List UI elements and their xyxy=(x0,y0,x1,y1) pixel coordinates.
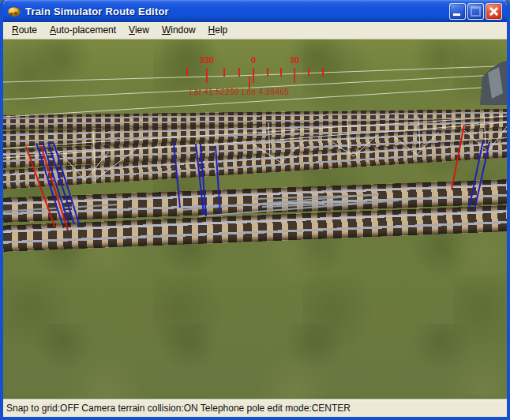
titlebar[interactable]: Train Simulator Route Editor xyxy=(3,0,507,22)
blue-telephone-pole[interactable] xyxy=(216,146,220,213)
position-readout: Lat 41.52259 Lon 4.39465 xyxy=(189,88,289,96)
close-button[interactable] xyxy=(486,3,502,20)
menu-route[interactable]: Route xyxy=(6,23,43,38)
maximize-button[interactable] xyxy=(467,3,484,20)
catenary-wire xyxy=(3,116,507,148)
menu-help[interactable]: Help xyxy=(202,23,234,38)
close-icon xyxy=(489,6,499,17)
compass-label: 0 xyxy=(251,55,256,65)
blue-telephone-pole[interactable] xyxy=(474,142,489,210)
catenary-wire xyxy=(93,149,136,182)
blue-telephone-pole[interactable] xyxy=(469,141,483,208)
blue-telephone-pole[interactable] xyxy=(174,142,180,208)
switch-rail xyxy=(254,195,377,199)
menu-view[interactable]: View xyxy=(122,23,156,38)
switch-rail xyxy=(199,201,399,216)
status-bar: Snap to grid:OFF Camera terrain collisio… xyxy=(3,399,507,416)
minimize-icon xyxy=(453,13,460,16)
status-text: Snap to grid:OFF Camera terrain collisio… xyxy=(6,403,351,414)
compass-label: 30 xyxy=(290,55,299,65)
viewport-3d[interactable]: 330030 Lat 41.52259 Lon 4.39465 xyxy=(3,39,507,399)
window-title: Train Simulator Route Editor xyxy=(25,6,449,17)
window-controls xyxy=(449,3,502,20)
red-telephone-pole[interactable] xyxy=(452,125,464,189)
compass-label: 330 xyxy=(200,55,214,65)
maximize-icon xyxy=(471,6,481,17)
red-telephone-pole[interactable] xyxy=(41,146,68,231)
catenary-wire xyxy=(347,119,349,153)
catenary-wire xyxy=(251,139,306,163)
minimize-button[interactable] xyxy=(449,3,466,20)
blue-telephone-pole[interactable] xyxy=(54,143,80,226)
app-window: Train Simulator Route Editor RouteAuto-p… xyxy=(0,0,510,420)
catenary-wire xyxy=(418,117,420,150)
menubar: RouteAuto-placementViewWindowHelp xyxy=(3,22,507,39)
catenary-wire xyxy=(328,135,377,156)
menu-window[interactable]: Window xyxy=(156,23,202,38)
catenary-wire xyxy=(62,152,109,180)
catenary-wire xyxy=(393,132,439,155)
menu-auto-placement[interactable]: Auto-placement xyxy=(43,23,122,38)
catenary-wire xyxy=(93,131,96,183)
app-icon xyxy=(7,4,21,18)
